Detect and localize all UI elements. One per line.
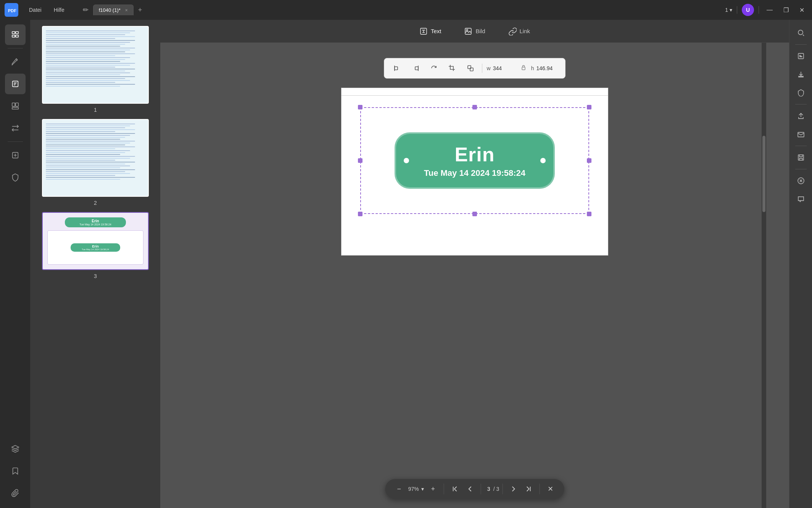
page-number-input[interactable] [484,486,493,492]
zoom-out-button[interactable]: − [392,481,407,497]
app-logo[interactable]: PDF [5,3,18,17]
right-tool-save[interactable] [793,149,809,166]
sidebar-tool-bookmark[interactable] [5,461,26,481]
sidebar-tool-attachment[interactable] [5,483,26,503]
thumb3-date-inner: Tue May 14 2024 19:58:24 [76,248,115,251]
height-dimension: h [531,65,559,71]
menu-datei[interactable]: Datei [24,5,46,14]
sidebar-tool-protect[interactable] [5,167,26,188]
right-tool-extract[interactable] [793,66,809,83]
link-icon [508,27,517,35]
main-layout: 1 [0,20,812,508]
green-badge: Erin Tue May 14 2024 19:58:24 [395,132,555,189]
tab-edit-icon: ✏ [80,6,92,14]
title-bar: PDF Datei Hilfe ✏ f1040 (1)* × + 1 ▾ U —… [0,0,812,20]
svg-point-19 [798,30,803,35]
right-tool-comment[interactable] [793,191,809,207]
toolbar-bild-button[interactable]: Bild [459,25,490,38]
rotate-button[interactable] [427,61,441,75]
first-page-button[interactable] [447,481,462,497]
sidebar-tool-layers[interactable] [5,439,26,459]
toolbar-bild-label: Bild [475,28,485,34]
align-left-button[interactable] [390,61,404,75]
active-tab[interactable]: f1040 (1)* × [93,5,134,15]
tab-bar: ✏ f1040 (1)* × + [80,5,145,15]
minimize-button[interactable]: — [764,5,776,15]
handle-bottom-left[interactable] [358,212,362,216]
scroll-thumb[interactable] [762,136,765,212]
svg-rect-8 [15,103,18,106]
right-divider-1 [795,44,807,45]
sidebar-tool-thumbnails[interactable] [5,24,26,45]
thumbnail-page-2[interactable]: 2 [42,119,149,206]
title-divider1 [737,6,737,14]
handle-bottom-center[interactable] [472,212,477,216]
tab-add-button[interactable]: + [135,5,145,15]
menu-hilfe[interactable]: Hilfe [49,5,69,14]
thumbnail-panel: 1 [31,20,160,508]
canvas-area: Text Bild L [160,20,789,508]
handle-middle-left[interactable] [358,158,362,163]
thumbnail-page-3[interactable]: Erin Tue May 14 2024 19:58:24 Erin Tue M… [42,212,149,279]
toolbar-text-button[interactable]: Text [414,25,447,38]
updf-logo: PDF [5,3,18,17]
page-count-value: 1 [725,7,728,13]
right-tool-ocr[interactable] [793,48,809,64]
replace-button[interactable] [464,61,477,75]
right-tool-protect[interactable] [793,84,809,101]
right-tool-xodo[interactable] [793,172,809,189]
aspect-lock-icon[interactable] [520,64,527,72]
right-sidebar [789,20,812,508]
handle-top-left[interactable] [358,105,362,109]
svg-rect-15 [415,67,418,70]
sidebar-tool-edit[interactable] [5,74,26,94]
sidebar-tool-compress[interactable] [5,145,26,166]
thumb-lines-2 [43,120,148,196]
svg-rect-12 [465,28,471,34]
width-input[interactable] [493,65,516,71]
close-button[interactable]: ✕ [796,5,807,15]
thumbnail-page-1[interactable]: 1 [42,26,149,113]
height-input[interactable] [536,65,559,71]
svg-rect-2 [12,32,14,34]
bottom-divider-3 [502,484,503,494]
page-content: Erin Tue May 14 2024 19:58:24 [341,95,608,256]
maximize-button[interactable]: ❐ [780,5,792,15]
user-avatar[interactable]: U [742,4,754,16]
zoom-level[interactable]: 97% ▾ [407,486,425,492]
page-counter[interactable]: 1 ▾ [725,7,732,13]
selected-element[interactable]: Erin Tue May 14 2024 19:58:24 [360,107,589,214]
thumbnail-frame-2 [42,119,149,197]
last-page-button[interactable] [521,481,536,497]
align-right-button[interactable] [409,61,422,75]
right-tool-search[interactable] [793,24,809,41]
thumb3-name-top: Erin [92,219,99,223]
right-tool-email[interactable] [793,126,809,143]
tab-close-button[interactable]: × [125,8,128,13]
right-tool-share[interactable] [793,108,809,124]
thumb3-badge-top: Erin Tue May 14 2024 19:58:24 [65,217,126,227]
title-divider2 [759,6,759,14]
right-divider-3 [795,146,807,146]
close-bottom-button[interactable]: ✕ [543,481,558,497]
sidebar-tool-annotation[interactable] [5,51,26,72]
svg-rect-5 [15,35,18,37]
sidebar-tool-organize[interactable] [5,96,26,116]
svg-rect-3 [15,32,18,34]
badge-dot-right [540,158,546,163]
crop-button[interactable] [445,61,459,75]
sidebar-tool-convert[interactable] [5,118,26,138]
thumbnail-img-1 [43,27,148,103]
toolbar-link-button[interactable]: Link [503,25,536,38]
next-page-button[interactable] [506,481,521,497]
zoom-in-button[interactable]: + [425,481,441,497]
prev-page-button[interactable] [462,481,478,497]
thumb3-name-inner: Erin [76,244,115,248]
tab-title: f1040 (1)* [99,7,121,13]
width-label: w [487,65,491,71]
handle-top-center[interactable] [472,105,477,109]
handle-middle-right[interactable] [587,158,591,163]
thumbnail-frame-1 [42,26,149,104]
handle-bottom-right[interactable] [587,212,591,216]
handle-top-right[interactable] [587,105,591,109]
